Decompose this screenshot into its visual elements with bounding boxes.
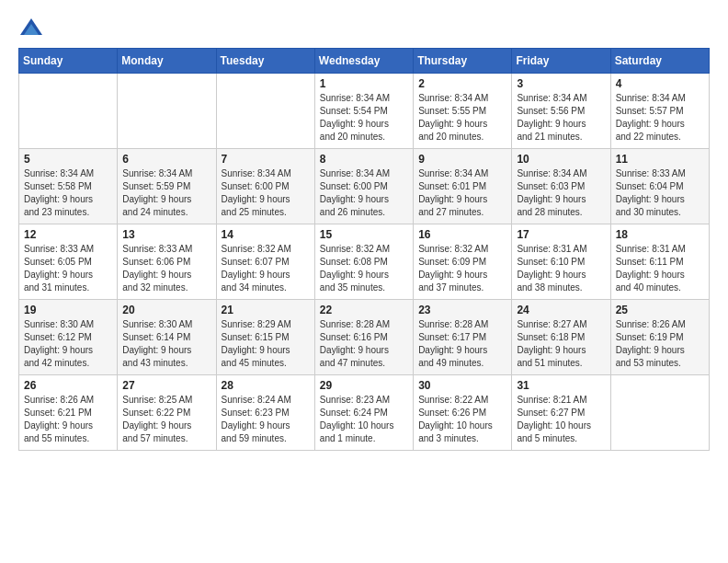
day-cell: 21Sunrise: 8:29 AM Sunset: 6:15 PM Dayli… <box>216 300 314 375</box>
day-number: 15 <box>320 228 408 241</box>
day-number: 10 <box>517 153 605 166</box>
day-cell: 29Sunrise: 8:23 AM Sunset: 6:24 PM Dayli… <box>314 375 413 451</box>
weekday-header-friday: Friday <box>512 49 610 74</box>
header <box>18 15 710 40</box>
day-info: Sunrise: 8:34 AM Sunset: 5:54 PM Dayligh… <box>320 92 408 144</box>
day-info: Sunrise: 8:34 AM Sunset: 5:59 PM Dayligh… <box>122 167 210 219</box>
week-row-5: 26Sunrise: 8:26 AM Sunset: 6:21 PM Dayli… <box>19 375 710 451</box>
day-cell <box>19 74 118 149</box>
day-cell: 11Sunrise: 8:33 AM Sunset: 6:04 PM Dayli… <box>610 149 709 224</box>
day-number: 17 <box>517 228 605 241</box>
weekday-header-monday: Monday <box>118 49 216 74</box>
day-cell: 22Sunrise: 8:28 AM Sunset: 6:16 PM Dayli… <box>314 300 413 375</box>
day-number: 1 <box>320 77 408 90</box>
day-cell: 7Sunrise: 8:34 AM Sunset: 6:00 PM Daylig… <box>216 149 314 224</box>
day-cell: 2Sunrise: 8:34 AM Sunset: 5:55 PM Daylig… <box>414 74 512 149</box>
day-number: 4 <box>616 77 704 90</box>
day-info: Sunrise: 8:28 AM Sunset: 6:17 PM Dayligh… <box>418 318 506 370</box>
day-info: Sunrise: 8:34 AM Sunset: 5:57 PM Dayligh… <box>616 92 704 144</box>
day-info: Sunrise: 8:32 AM Sunset: 6:09 PM Dayligh… <box>418 243 506 294</box>
day-number: 3 <box>517 77 605 90</box>
day-info: Sunrise: 8:29 AM Sunset: 6:15 PM Dayligh… <box>222 318 310 370</box>
day-info: Sunrise: 8:22 AM Sunset: 6:26 PM Dayligh… <box>418 394 506 445</box>
day-cell: 9Sunrise: 8:34 AM Sunset: 6:01 PM Daylig… <box>414 149 512 224</box>
day-info: Sunrise: 8:28 AM Sunset: 6:16 PM Dayligh… <box>320 318 408 370</box>
day-cell: 31Sunrise: 8:21 AM Sunset: 6:27 PM Dayli… <box>512 375 610 451</box>
logo <box>18 15 46 40</box>
day-info: Sunrise: 8:31 AM Sunset: 6:10 PM Dayligh… <box>517 243 605 294</box>
week-row-4: 19Sunrise: 8:30 AM Sunset: 6:12 PM Dayli… <box>19 300 710 375</box>
day-cell <box>216 74 314 149</box>
day-number: 21 <box>222 304 310 316</box>
weekday-header-saturday: Saturday <box>610 49 709 74</box>
day-number: 27 <box>122 379 210 392</box>
day-info: Sunrise: 8:32 AM Sunset: 6:07 PM Dayligh… <box>222 243 310 294</box>
day-info: Sunrise: 8:21 AM Sunset: 6:27 PM Dayligh… <box>517 394 605 445</box>
day-number: 14 <box>222 228 310 241</box>
day-info: Sunrise: 8:25 AM Sunset: 6:22 PM Dayligh… <box>122 394 210 445</box>
day-info: Sunrise: 8:34 AM Sunset: 6:00 PM Dayligh… <box>320 167 408 219</box>
day-number: 25 <box>616 304 704 316</box>
day-number: 30 <box>418 379 506 392</box>
day-info: Sunrise: 8:24 AM Sunset: 6:23 PM Dayligh… <box>222 394 310 445</box>
day-number: 19 <box>24 304 112 316</box>
logo-icon <box>18 15 44 40</box>
day-cell: 1Sunrise: 8:34 AM Sunset: 5:54 PM Daylig… <box>314 74 413 149</box>
day-number: 28 <box>222 379 310 392</box>
day-number: 11 <box>616 153 704 166</box>
day-cell: 6Sunrise: 8:34 AM Sunset: 5:59 PM Daylig… <box>118 149 216 224</box>
day-cell <box>118 74 216 149</box>
day-info: Sunrise: 8:33 AM Sunset: 6:06 PM Dayligh… <box>122 243 210 294</box>
week-row-1: 1Sunrise: 8:34 AM Sunset: 5:54 PM Daylig… <box>19 74 710 149</box>
day-info: Sunrise: 8:30 AM Sunset: 6:14 PM Dayligh… <box>122 318 210 370</box>
day-info: Sunrise: 8:27 AM Sunset: 6:18 PM Dayligh… <box>517 318 605 370</box>
day-info: Sunrise: 8:26 AM Sunset: 6:19 PM Dayligh… <box>616 318 704 370</box>
day-cell: 18Sunrise: 8:31 AM Sunset: 6:11 PM Dayli… <box>610 224 709 300</box>
day-cell: 3Sunrise: 8:34 AM Sunset: 5:56 PM Daylig… <box>512 74 610 149</box>
day-info: Sunrise: 8:34 AM Sunset: 5:58 PM Dayligh… <box>24 167 112 219</box>
day-cell: 26Sunrise: 8:26 AM Sunset: 6:21 PM Dayli… <box>19 375 118 451</box>
weekday-header-row: SundayMondayTuesdayWednesdayThursdayFrid… <box>19 49 710 74</box>
day-cell: 12Sunrise: 8:33 AM Sunset: 6:05 PM Dayli… <box>19 224 118 300</box>
weekday-header-tuesday: Tuesday <box>216 49 314 74</box>
day-cell: 23Sunrise: 8:28 AM Sunset: 6:17 PM Dayli… <box>414 300 512 375</box>
day-info: Sunrise: 8:32 AM Sunset: 6:08 PM Dayligh… <box>320 243 408 294</box>
day-number: 22 <box>320 304 408 316</box>
day-cell: 5Sunrise: 8:34 AM Sunset: 5:58 PM Daylig… <box>19 149 118 224</box>
day-cell: 24Sunrise: 8:27 AM Sunset: 6:18 PM Dayli… <box>512 300 610 375</box>
day-info: Sunrise: 8:26 AM Sunset: 6:21 PM Dayligh… <box>24 394 112 445</box>
day-number: 16 <box>418 228 506 241</box>
day-info: Sunrise: 8:31 AM Sunset: 6:11 PM Dayligh… <box>616 243 704 294</box>
day-cell: 14Sunrise: 8:32 AM Sunset: 6:07 PM Dayli… <box>216 224 314 300</box>
day-number: 6 <box>122 153 210 166</box>
calendar-table: SundayMondayTuesdayWednesdayThursdayFrid… <box>18 48 710 451</box>
day-number: 7 <box>222 153 310 166</box>
day-cell: 20Sunrise: 8:30 AM Sunset: 6:14 PM Dayli… <box>118 300 216 375</box>
day-number: 20 <box>122 304 210 316</box>
day-info: Sunrise: 8:33 AM Sunset: 6:04 PM Dayligh… <box>616 167 704 219</box>
weekday-header-thursday: Thursday <box>414 49 512 74</box>
day-cell: 25Sunrise: 8:26 AM Sunset: 6:19 PM Dayli… <box>610 300 709 375</box>
day-number: 5 <box>24 153 112 166</box>
day-cell: 13Sunrise: 8:33 AM Sunset: 6:06 PM Dayli… <box>118 224 216 300</box>
calendar-page: SundayMondayTuesdayWednesdayThursdayFrid… <box>0 0 728 465</box>
day-cell <box>610 375 709 451</box>
day-info: Sunrise: 8:30 AM Sunset: 6:12 PM Dayligh… <box>24 318 112 370</box>
week-row-2: 5Sunrise: 8:34 AM Sunset: 5:58 PM Daylig… <box>19 149 710 224</box>
day-info: Sunrise: 8:34 AM Sunset: 6:00 PM Dayligh… <box>222 167 310 219</box>
day-cell: 17Sunrise: 8:31 AM Sunset: 6:10 PM Dayli… <box>512 224 610 300</box>
day-cell: 10Sunrise: 8:34 AM Sunset: 6:03 PM Dayli… <box>512 149 610 224</box>
day-cell: 19Sunrise: 8:30 AM Sunset: 6:12 PM Dayli… <box>19 300 118 375</box>
day-cell: 8Sunrise: 8:34 AM Sunset: 6:00 PM Daylig… <box>314 149 413 224</box>
day-cell: 15Sunrise: 8:32 AM Sunset: 6:08 PM Dayli… <box>314 224 413 300</box>
day-info: Sunrise: 8:34 AM Sunset: 6:01 PM Dayligh… <box>418 167 506 219</box>
day-info: Sunrise: 8:23 AM Sunset: 6:24 PM Dayligh… <box>320 394 408 445</box>
weekday-header-wednesday: Wednesday <box>314 49 413 74</box>
day-number: 12 <box>24 228 112 241</box>
day-cell: 4Sunrise: 8:34 AM Sunset: 5:57 PM Daylig… <box>610 74 709 149</box>
weekday-header-sunday: Sunday <box>19 49 118 74</box>
day-number: 31 <box>517 379 605 392</box>
day-number: 2 <box>418 77 506 90</box>
day-info: Sunrise: 8:34 AM Sunset: 5:55 PM Dayligh… <box>418 92 506 144</box>
day-number: 26 <box>24 379 112 392</box>
